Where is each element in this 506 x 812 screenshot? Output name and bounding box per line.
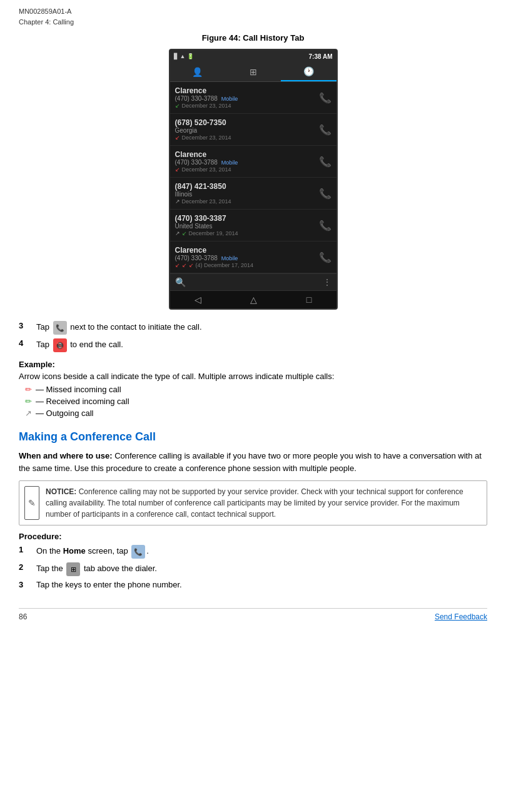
when-where: When and where to use: Conference callin…: [19, 450, 487, 474]
home-button[interactable]: △: [250, 295, 257, 305]
proc-step-1: 1 On the Home screen, tap 📞.: [19, 545, 487, 559]
call-date: December 23, 2014: [182, 166, 231, 173]
call-date-row: ↙ ↙ ↙ (4) December 17, 2014: [175, 262, 315, 268]
call-item-info: Clarence (470) 330-3788 Mobile ↙ Decembe…: [175, 86, 315, 109]
call-date-row: ↙ December 23, 2014: [175, 103, 315, 109]
mobile-tag: Mobile: [221, 255, 238, 261]
call-list: Clarence (470) 330-3788 Mobile ↙ Decembe…: [170, 82, 336, 273]
received-call-label: — Received incoming call: [36, 397, 129, 406]
tab-dialpad[interactable]: ⊞: [225, 63, 281, 81]
call-date: (4) December 17, 2014: [196, 262, 254, 268]
call-item[interactable]: (847) 421-3850 Illinois ↗ December 23, 2…: [170, 178, 336, 210]
notice-label: NOTICE:: [46, 487, 76, 496]
call-number: (470) 330-3788 Mobile: [175, 95, 315, 102]
phone-screen: ▊ ▲ 🔋 7:38 AM 👤 ⊞ 🕐 Clarence (470) 330-3…: [169, 49, 338, 310]
mobile-tag: Mobile: [221, 160, 238, 166]
call-phone-icon[interactable]: 📞: [319, 124, 331, 136]
call-item-info: (470) 330-3387 United States ↗ ↙ Decembe…: [175, 214, 315, 236]
notice-text: NOTICE: Conference calling may not be su…: [46, 486, 482, 520]
example-label: Example:: [19, 360, 487, 369]
call-number: United States: [175, 223, 315, 230]
signal-icon: ▊: [174, 53, 178, 59]
received-call-icon: ✏: [25, 397, 32, 406]
call-date: December 19, 2014: [189, 230, 238, 236]
tab-history[interactable]: 🕐: [281, 63, 336, 81]
step4-mid-text: to end the call.: [70, 340, 123, 349]
doc-chapter: Chapter 4: Calling: [19, 17, 487, 28]
battery-icon: 🔋: [187, 53, 194, 59]
call-date-row: ↗ ↙ December 19, 2014: [175, 230, 315, 236]
received-arrow-icon: ↙: [182, 230, 187, 236]
status-icons-left: ▊ ▲ 🔋: [174, 53, 195, 59]
call-phone-icon[interactable]: 📞: [319, 220, 331, 231]
phone-icon-small[interactable]: 📞: [131, 545, 145, 559]
call-item-info: (847) 421-3850 Illinois ↗ December 23, 2…: [175, 182, 315, 205]
back-button[interactable]: ◁: [195, 295, 201, 305]
call-number: (470) 330-3788 Mobile: [175, 255, 315, 261]
received-arrow-icon: ↙: [175, 103, 180, 109]
example-section: Example: Arrow icons beside a call indic…: [19, 360, 487, 418]
step-3-content: Tap 📞 next to the contact to initiate th…: [36, 321, 487, 335]
missed-arrow-icon: ↙: [175, 262, 180, 268]
end-call-icon[interactable]: 📵: [53, 338, 67, 352]
notice-icon: ✎: [24, 486, 39, 520]
proc-step-1-num: 1: [19, 545, 36, 554]
call-item[interactable]: (470) 330-3387 United States ↗ ↙ Decembe…: [170, 210, 336, 241]
proc-step-3-num: 3: [19, 580, 36, 589]
step-4-row: 4 Tap 📵 to end the call.: [19, 338, 487, 352]
when-where-label: When and where to use:: [19, 451, 113, 460]
call-phone-icon[interactable]: 📞: [319, 92, 331, 104]
call-name: Clarence: [175, 246, 315, 255]
search-icon: 🔍: [175, 277, 186, 287]
phone-tabs: 👤 ⊞ 🕐: [170, 63, 336, 82]
call-phone-icon[interactable]: 📞: [319, 251, 331, 263]
conference-heading: Making a Conference Call: [19, 430, 487, 444]
doc-header: MN002859A01-A Chapter 4: Calling: [19, 6, 487, 27]
bullet-received: ✏ — Received incoming call: [25, 397, 487, 406]
call-item[interactable]: Clarence (470) 330-3788 Mobile ↙ Decembe…: [170, 82, 336, 114]
call-item[interactable]: (678) 520-7350 Georgia ↙ December 23, 20…: [170, 114, 336, 146]
missed-arrow-icon-2: ↙: [182, 262, 187, 268]
overflow-menu-icon[interactable]: ⋮: [323, 277, 331, 287]
phone-search-bar: 🔍 ⋮: [170, 273, 336, 290]
call-item[interactable]: Clarence (470) 330-3788 Mobile ↙ ↙ ↙ (4)…: [170, 241, 336, 273]
page-number: 86: [19, 612, 27, 621]
proc-step-2: 2 Tap the ⊞ tab above the dialer.: [19, 562, 487, 576]
call-number: Illinois: [175, 191, 315, 198]
recents-button[interactable]: □: [306, 295, 311, 305]
call-item-info: (678) 520-7350 Georgia ↙ December 23, 20…: [175, 118, 315, 141]
call-date: December 23, 2014: [182, 134, 231, 141]
missed-call-icon: ✏: [25, 385, 32, 394]
call-phone-icon[interactable]: 📞: [319, 156, 331, 168]
notice-box: ✎ NOTICE: Conference calling may not be …: [19, 480, 487, 525]
phone-nav-bar: ◁ △ □: [170, 290, 336, 308]
mobile-tag: Mobile: [221, 96, 238, 102]
outgoing-arrow-icon: ↗: [175, 230, 180, 236]
procedure-label: Procedure:: [19, 532, 487, 541]
bullet-missed: ✏ — Missed incoming call: [25, 385, 487, 394]
step-3-row: 3 Tap 📞 next to the contact to initiate …: [19, 321, 487, 335]
call-number: (470) 330-3788 Mobile: [175, 159, 315, 166]
call-date-row: ↙ December 23, 2014: [175, 134, 315, 141]
call-name: (847) 421-3850: [175, 182, 315, 191]
missed-arrow-icon: ↙: [175, 134, 180, 141]
proc-step-3-content: Tap the keys to enter the phone number.: [36, 580, 487, 589]
phone-call-icon[interactable]: 📞: [53, 321, 67, 335]
call-date-row: ↙ December 23, 2014: [175, 166, 315, 173]
footer-bar: 86 Send Feedback: [19, 608, 487, 621]
step-4-num: 4: [19, 338, 36, 348]
doc-number: MN002859A01-A: [19, 6, 487, 17]
send-feedback-link[interactable]: Send Feedback: [435, 612, 487, 621]
call-number: Georgia: [175, 127, 315, 134]
call-date: December 23, 2014: [182, 103, 231, 109]
call-item-info: Clarence (470) 330-3788 Mobile ↙ ↙ ↙ (4)…: [175, 246, 315, 268]
bullet-outgoing: ↗ — Outgoing call: [25, 409, 487, 418]
grid-icon[interactable]: ⊞: [66, 562, 80, 576]
call-phone-icon[interactable]: 📞: [319, 188, 331, 200]
outgoing-arrow-icon: ↗: [175, 198, 180, 205]
call-item[interactable]: Clarence (470) 330-3788 Mobile ↙ Decembe…: [170, 146, 336, 178]
call-name: Clarence: [175, 150, 315, 159]
tab-contacts[interactable]: 👤: [170, 63, 226, 81]
example-bullet-list: ✏ — Missed incoming call ✏ — Received in…: [25, 385, 487, 418]
notice-body: Conference calling may not be supported …: [46, 487, 463, 519]
